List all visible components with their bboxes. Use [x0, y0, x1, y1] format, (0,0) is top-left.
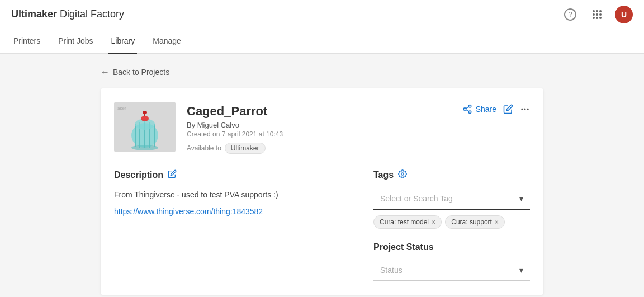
status-placeholder: Status	[380, 266, 402, 275]
status-dropdown[interactable]: Status ▾	[373, 260, 530, 281]
description-title: Description	[114, 170, 163, 180]
nav-item-print-jobs[interactable]: Print Jobs	[56, 29, 95, 54]
nav-item-manage[interactable]: Manage	[150, 29, 183, 54]
tag-label-1: Cura: support	[451, 218, 492, 226]
status-chevron-icon: ▾	[519, 266, 523, 275]
edit-description-button[interactable]	[168, 169, 177, 181]
tag-label-0: Cura: test model	[380, 218, 429, 226]
project-date: Created on 7 april 2021 at 10:43	[187, 130, 283, 138]
brand-area: Ultimaker Digital Factory	[11, 8, 124, 20]
remove-tag-1[interactable]: ×	[494, 218, 499, 226]
pencil-icon	[168, 169, 177, 178]
tag-chip-0: Cura: test model ×	[373, 215, 442, 229]
edit-icon	[503, 104, 513, 114]
svg-text:aker: aker	[117, 106, 126, 111]
project-status-section: Project Status Status ▾	[373, 242, 530, 281]
description-line-1: From Thingiverse - used to test PVA supp…	[114, 188, 351, 201]
remove-tag-0[interactable]: ×	[431, 218, 435, 226]
two-column-layout: Description From Thingiverse - used to t…	[114, 169, 530, 281]
available-label: Available to	[187, 144, 221, 152]
tags-status-section: Tags Select or Search Tag ▾	[373, 169, 530, 281]
svg-point-11	[131, 145, 158, 150]
status-title: Project Status	[373, 242, 434, 252]
svg-line-17	[466, 107, 468, 109]
gear-icon	[398, 169, 407, 178]
svg-point-20	[527, 109, 529, 110]
top-bar-actions: ? U	[561, 6, 633, 23]
status-header: Project Status	[373, 242, 530, 252]
share-button[interactable]: Share	[462, 104, 496, 114]
tags-title: Tags	[373, 170, 394, 180]
arrow-left-icon: ←	[101, 67, 110, 77]
description-header: Description	[114, 169, 351, 181]
grid-menu-button[interactable]	[588, 6, 606, 23]
project-header: aker Caged_Parrot By Miguel Calvo Create…	[114, 102, 530, 154]
brand-name: Ultimaker Digital Factory	[11, 8, 124, 20]
tag-chip-1: Cura: support ×	[445, 215, 505, 229]
availability-row: Available to Ultimaker	[187, 143, 283, 154]
tag-dropdown-placeholder: Select or Search Tag	[380, 194, 453, 203]
description-section: Description From Thingiverse - used to t…	[114, 169, 351, 281]
share-icon	[462, 104, 472, 114]
project-header-left: aker Caged_Parrot By Miguel Calvo Create…	[114, 102, 283, 154]
more-icon	[520, 104, 530, 114]
project-thumbnail: aker	[114, 102, 176, 152]
edit-button[interactable]	[503, 104, 513, 114]
svg-point-21	[401, 173, 404, 175]
svg-point-14	[463, 108, 466, 111]
svg-line-16	[466, 110, 468, 111]
tags-header: Tags	[373, 169, 530, 181]
nav-item-library[interactable]: Library	[108, 29, 137, 54]
project-actions: Share	[462, 102, 530, 114]
tag-chips: Cura: test model × Cura: support ×	[373, 215, 530, 229]
top-bar: Ultimaker Digital Factory ? U	[0, 0, 644, 29]
svg-point-8	[141, 116, 149, 121]
project-title: Caged_Parrot	[187, 104, 283, 119]
svg-point-13	[468, 105, 471, 108]
more-options-button[interactable]	[520, 104, 530, 114]
project-card: aker Caged_Parrot By Miguel Calvo Create…	[101, 88, 543, 295]
tags-settings-button[interactable]	[398, 169, 407, 181]
nav-item-printers[interactable]: Printers	[11, 29, 42, 54]
help-button[interactable]: ?	[561, 6, 579, 23]
svg-point-19	[524, 109, 526, 110]
project-info: Caged_Parrot By Miguel Calvo Created on …	[187, 102, 283, 154]
grid-icon	[591, 9, 603, 20]
svg-point-15	[468, 111, 471, 114]
svg-point-18	[521, 109, 523, 110]
page-content: ← Back to Projects	[0, 54, 644, 297]
help-icon: ?	[564, 8, 576, 21]
thingiverse-link[interactable]: https://www.thingiverse.com/thing:184358…	[114, 207, 263, 216]
user-avatar[interactable]: U	[615, 6, 633, 23]
tag-search-dropdown[interactable]: Select or Search Tag ▾	[373, 188, 530, 210]
description-link: https://www.thingiverse.com/thing:184358…	[114, 205, 351, 218]
chevron-down-icon: ▾	[519, 194, 523, 203]
available-badge: Ultimaker	[225, 143, 266, 154]
main-nav: Printers Print Jobs Library Manage	[0, 29, 644, 54]
project-author: By Miguel Calvo	[187, 121, 283, 129]
back-to-projects-link[interactable]: ← Back to Projects	[101, 67, 543, 77]
svg-point-10	[143, 111, 147, 114]
